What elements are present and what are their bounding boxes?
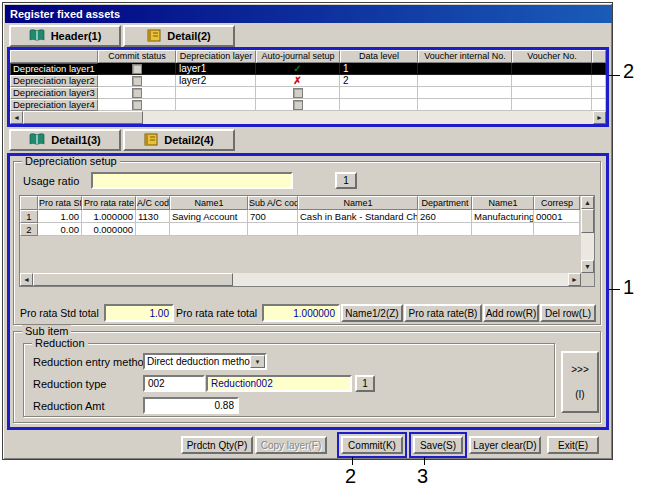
cell-depreciation-layer[interactable] — [176, 99, 256, 111]
cell-voucher-no[interactable] — [512, 63, 592, 75]
cell[interactable]: 1.00 — [38, 210, 82, 223]
cell[interactable]: 260 — [418, 210, 472, 223]
cell-data-level[interactable]: 2 — [340, 75, 418, 87]
production-qty-button[interactable]: Prdctn Qty(P) — [181, 436, 253, 454]
commit-status-checkbox[interactable] — [98, 75, 176, 87]
commit-status-checkbox[interactable] — [98, 99, 176, 111]
auto-journal-checkbox[interactable]: ✗ — [256, 75, 340, 87]
cell-data-level[interactable]: 1 — [340, 63, 418, 75]
selected-option: Direct deduction method — [147, 356, 255, 367]
callout-number-panel: 1 — [623, 276, 634, 298]
usage-ratio-input[interactable] — [91, 172, 293, 189]
scrollbar-thumb[interactable] — [581, 209, 594, 233]
row-header[interactable]: Depreciation layer2 — [10, 75, 98, 87]
cell-depreciation-layer[interactable]: layer1 — [176, 63, 256, 75]
cell-depreciation-layer[interactable]: layer2 — [176, 75, 256, 87]
cell[interactable]: 0.00 — [38, 223, 82, 236]
cell[interactable]: 1.000000 — [82, 210, 136, 223]
reduction-type-lookup-button[interactable]: 1 — [355, 375, 375, 392]
reduction-amt-input[interactable]: 0.88 — [143, 397, 239, 414]
cell[interactable] — [136, 223, 170, 236]
cell-voucher-internal-no[interactable] — [418, 87, 512, 99]
cell-data-level[interactable] — [340, 99, 418, 111]
expand-button-mnemonic: (I) — [575, 389, 584, 400]
name12-button[interactable]: Name1/2(Z) — [341, 304, 403, 322]
cell[interactable] — [534, 223, 580, 236]
callout-number-save: 3 — [417, 465, 428, 487]
pro-rata-rate-button[interactable]: Pro rata rate(B) — [404, 304, 482, 322]
del-row-button[interactable]: Del row(L) — [540, 304, 596, 322]
pro-rata-std-total-field[interactable]: 1.00 — [104, 304, 174, 322]
scrollbar-track[interactable] — [233, 273, 568, 286]
scrollbar-thumb[interactable] — [23, 111, 143, 124]
column-header: Voucher No. — [512, 50, 592, 63]
tab-detail1[interactable]: Detail1(3) — [9, 129, 121, 151]
auto-journal-checkbox[interactable] — [256, 87, 340, 99]
column-header: Voucher internal No. — [418, 50, 512, 63]
row-header[interactable]: 1 — [20, 210, 38, 223]
cell[interactable]: 0.000000 — [82, 223, 136, 236]
pro-rata-grid: Pro rata Std Pro rata rate A/C code Name… — [19, 195, 595, 287]
ledger-icon — [144, 133, 158, 148]
scroll-left-icon[interactable]: ◄ — [20, 273, 33, 286]
scroll-right-icon[interactable]: ► — [568, 273, 581, 286]
commit-button[interactable]: Commit(K) — [341, 436, 403, 454]
scrollbar-thumb[interactable] — [33, 273, 233, 286]
tab-header[interactable]: Header(1) — [9, 25, 121, 47]
cell-voucher-internal-no[interactable] — [418, 63, 512, 75]
scrollbar-track[interactable] — [143, 111, 593, 124]
chevron-down-icon[interactable]: ▼ — [250, 355, 265, 368]
cell[interactable] — [170, 223, 248, 236]
auto-journal-checkbox[interactable]: ✓ — [256, 63, 340, 75]
title-bar[interactable]: Register fixed assets — [5, 5, 612, 23]
pro-rata-grid-hscrollbar[interactable]: ◄ ► — [20, 273, 581, 286]
cell[interactable] — [248, 223, 298, 236]
scroll-right-icon[interactable]: ► — [593, 111, 606, 124]
cell[interactable]: 1130 — [136, 210, 170, 223]
row-header[interactable]: Depreciation layer1 — [10, 63, 98, 75]
checkbox-icon — [132, 64, 142, 74]
auto-journal-checkbox[interactable] — [256, 99, 340, 111]
reduction-entry-method-select[interactable]: Direct deduction method ▼ — [143, 353, 267, 370]
scrollbar-track[interactable] — [581, 233, 594, 260]
cell[interactable]: 00001 — [534, 210, 580, 223]
commit-status-checkbox[interactable] — [98, 63, 176, 75]
row-header[interactable]: 2 — [20, 223, 38, 236]
scroll-down-icon[interactable]: ▼ — [581, 260, 594, 273]
row-header[interactable]: Depreciation layer3 — [10, 87, 98, 99]
cell-voucher-internal-no[interactable] — [418, 99, 512, 111]
layer-grid-hscrollbar[interactable]: ◄ ► — [10, 111, 606, 124]
cell[interactable] — [298, 223, 418, 236]
scroll-left-icon[interactable]: ◄ — [10, 111, 23, 124]
cell[interactable] — [418, 223, 472, 236]
pro-rata-grid-vscrollbar[interactable]: ▲ ▼ — [581, 196, 594, 273]
cell[interactable] — [472, 223, 534, 236]
cell-data-level[interactable] — [340, 87, 418, 99]
commit-status-checkbox[interactable] — [98, 87, 176, 99]
scroll-up-icon[interactable]: ▲ — [581, 196, 594, 209]
usage-ratio-lookup-button[interactable]: 1 — [335, 172, 357, 189]
row-header[interactable]: Depreciation layer4 — [10, 99, 98, 111]
tab-detail[interactable]: Detail(2) — [123, 25, 235, 47]
pro-rata-rate-total-field[interactable]: 1.000000 — [262, 304, 340, 322]
column-header: Name1 — [170, 196, 248, 210]
cell-voucher-no[interactable] — [512, 99, 592, 111]
layer-clear-button[interactable]: Layer clear(D) — [469, 436, 541, 454]
cell-voucher-internal-no[interactable] — [418, 75, 512, 87]
cell-voucher-no[interactable] — [512, 87, 592, 99]
save-button[interactable]: Save(S) — [413, 436, 463, 454]
cell-voucher-no[interactable] — [512, 75, 592, 87]
cell[interactable]: Saving Account — [170, 210, 248, 223]
cell[interactable]: 700 — [248, 210, 298, 223]
add-row-button[interactable]: Add row(R) — [483, 304, 539, 322]
reduction-type-name-field[interactable]: Reduction002 — [206, 375, 352, 392]
tab-detail2[interactable]: Detail2(4) — [123, 129, 235, 151]
callout-line — [609, 289, 620, 290]
reduction-type-code-input[interactable]: 002 — [143, 375, 205, 392]
expand-button[interactable]: >>> (I) — [561, 351, 599, 413]
cell-depreciation-layer[interactable] — [176, 87, 256, 99]
check-icon: ✓ — [293, 64, 301, 74]
exit-button[interactable]: Exit(E) — [547, 436, 599, 454]
cell[interactable]: Manufacturing — [472, 210, 534, 223]
cell[interactable]: Cash in Bank - Standard Chartered — [298, 210, 418, 223]
